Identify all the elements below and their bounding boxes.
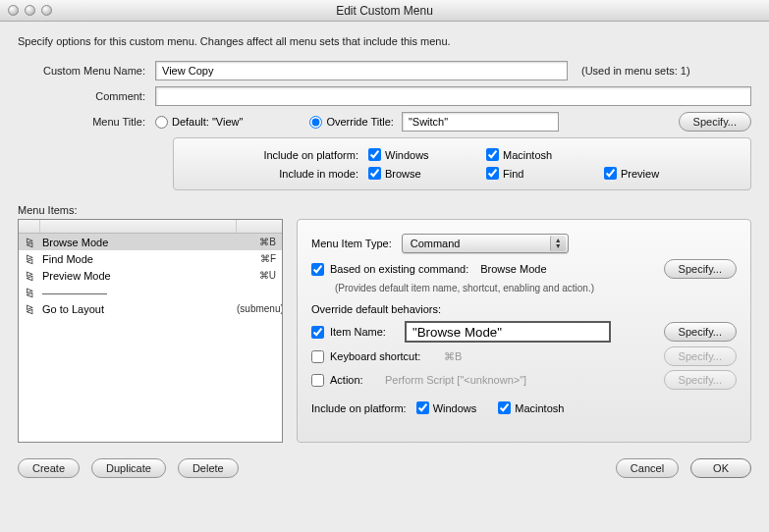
list-item-name: Preview Mode xyxy=(40,270,237,282)
intro-text: Specify options for this custom menu. Ch… xyxy=(18,35,751,47)
kb-shortcut-check[interactable] xyxy=(311,350,324,363)
item-name-field[interactable] xyxy=(405,321,611,343)
list-item-name: Browse Mode xyxy=(40,237,237,248)
list-item[interactable]: ⧎Go to Layout(submenu) xyxy=(19,300,282,317)
list-item-name: Find Mode xyxy=(40,253,237,265)
list-item-name: Go to Layout xyxy=(40,303,237,315)
create-button[interactable]: Create xyxy=(18,458,80,478)
default-title-radio-label: Default: "View" xyxy=(172,116,243,128)
delete-button[interactable]: Delete xyxy=(178,458,239,478)
action-label: Action: xyxy=(330,374,379,386)
specify-title-button[interactable]: Specify... xyxy=(679,112,751,132)
default-title-radio[interactable]: Default: "View" xyxy=(155,116,243,129)
list-item-name: —————— xyxy=(40,287,237,298)
drag-handle-icon[interactable]: ⧎ xyxy=(19,253,40,264)
default-title-radio-input[interactable] xyxy=(155,116,168,129)
list-item-shortcut: ⌘B xyxy=(237,237,282,247)
list-item-shortcut: ⌘F xyxy=(237,253,282,264)
titlebar: Edit Custom Menu xyxy=(0,0,769,22)
custom-menu-name-label: Custom Menu Name: xyxy=(18,65,155,77)
drag-handle-icon[interactable]: ⧎ xyxy=(19,287,40,297)
action-check[interactable] xyxy=(311,374,324,387)
based-on-hint: (Provides default item name, shortcut, e… xyxy=(335,283,737,293)
used-in-sets: (Used in menu sets: 1) xyxy=(581,65,690,77)
override-title-field[interactable] xyxy=(402,112,559,132)
kb-shortcut-value: ⌘B xyxy=(444,350,462,363)
based-on-label: Based on existing command: xyxy=(330,263,468,275)
action-value: Perform Script ["<unknown>"] xyxy=(385,374,526,386)
mode-browse-check[interactable]: Browse xyxy=(368,167,486,180)
item-detail-panel: Menu Item Type: Command ▲▼ Based on exis… xyxy=(297,219,751,443)
list-item-shortcut: (submenu) xyxy=(237,303,282,314)
item-platform-macintosh-check[interactable]: Macintosh xyxy=(498,401,564,414)
menu-item-type-label: Menu Item Type: xyxy=(311,238,402,249)
list-item[interactable]: ⧎—————— xyxy=(19,284,282,300)
list-header xyxy=(19,220,282,234)
custom-menu-name-field[interactable] xyxy=(155,61,568,80)
comment-field[interactable] xyxy=(155,86,751,106)
ok-button[interactable]: OK xyxy=(690,458,751,478)
list-item[interactable]: ⧎Browse Mode⌘B xyxy=(19,234,282,250)
specify-item-name-button[interactable]: Specify... xyxy=(664,322,737,342)
item-include-platform-label: Include on platform: xyxy=(311,402,407,414)
item-platform-windows-check[interactable]: Windows xyxy=(416,401,477,414)
include-mode-label: Include in mode: xyxy=(192,168,368,180)
override-title-radio[interactable]: Override Title: xyxy=(309,116,393,129)
item-name-label: Item Name: xyxy=(330,326,399,338)
specify-action-button: Specify... xyxy=(664,370,737,390)
mode-preview-check[interactable]: Preview xyxy=(604,167,722,180)
item-name-check[interactable] xyxy=(311,326,324,339)
specify-command-button[interactable]: Specify... xyxy=(664,259,737,279)
based-on-check[interactable] xyxy=(311,263,324,276)
menu-item-type-value: Command xyxy=(411,238,461,249)
list-item-shortcut: ⌘U xyxy=(237,270,282,281)
based-on-command: Browse Mode xyxy=(480,263,546,275)
drag-handle-icon[interactable]: ⧎ xyxy=(19,270,40,281)
override-title-radio-input[interactable] xyxy=(309,116,322,129)
list-item[interactable]: ⧎Find Mode⌘F xyxy=(19,250,282,267)
menu-title-label: Menu Title: xyxy=(18,116,155,128)
platform-windows-check[interactable]: Windows xyxy=(368,148,486,161)
drag-handle-icon[interactable]: ⧎ xyxy=(19,237,40,247)
cancel-button[interactable]: Cancel xyxy=(616,458,679,478)
list-item[interactable]: ⧎Preview Mode⌘U xyxy=(19,267,282,284)
menu-items-list[interactable]: ⧎Browse Mode⌘B⧎Find Mode⌘F⧎Preview Mode⌘… xyxy=(18,219,283,443)
comment-label: Comment: xyxy=(18,90,155,102)
platform-mode-box: Include on platform: Windows Macintosh I… xyxy=(173,137,751,190)
window-title: Edit Custom Menu xyxy=(0,4,769,18)
platform-macintosh-check[interactable]: Macintosh xyxy=(486,148,604,161)
chevron-updown-icon: ▲▼ xyxy=(550,236,566,251)
menu-item-type-select[interactable]: Command ▲▼ xyxy=(402,234,569,253)
specify-shortcut-button: Specify... xyxy=(664,346,737,366)
duplicate-button[interactable]: Duplicate xyxy=(91,458,166,478)
include-platform-label: Include on platform: xyxy=(192,149,368,161)
mode-find-check[interactable]: Find xyxy=(486,167,604,180)
kb-shortcut-label: Keyboard shortcut: xyxy=(330,350,438,362)
override-title-radio-label: Override Title: xyxy=(326,116,393,128)
menu-items-label: Menu Items: xyxy=(18,204,751,216)
drag-handle-icon[interactable]: ⧎ xyxy=(19,303,40,314)
override-behaviors-label: Override default behaviors: xyxy=(311,303,737,315)
